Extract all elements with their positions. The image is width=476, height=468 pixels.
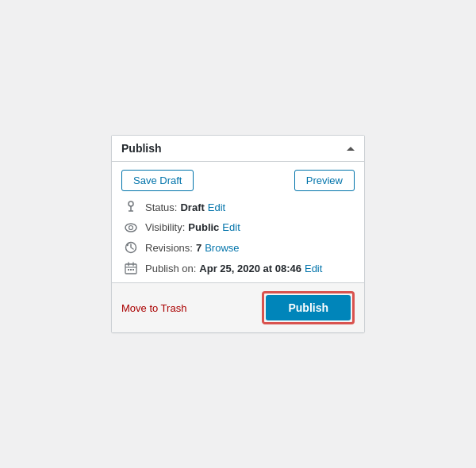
preview-button[interactable]: Preview (294, 170, 355, 191)
visibility-edit-link[interactable]: Edit (222, 221, 240, 233)
status-row: Status: Draft Edit (121, 201, 355, 213)
move-to-trash-link[interactable]: Move to Trash (121, 302, 186, 314)
publish-on-value: Apr 25, 2020 at 08:46 (199, 263, 301, 274)
status-label: Status: (145, 201, 177, 213)
status-icon (121, 201, 140, 213)
revisions-browse-link[interactable]: Browse (205, 242, 239, 254)
svg-point-3 (125, 224, 136, 232)
status-edit-link[interactable]: Edit (208, 201, 225, 213)
visibility-label: Visibility: (145, 221, 185, 233)
publish-on-label: Publish on: (145, 263, 196, 274)
revisions-label: Revisions: (145, 242, 193, 254)
save-draft-button[interactable]: Save Draft (121, 170, 194, 191)
svg-rect-11 (128, 269, 129, 270)
publish-button-wrapper: Publish (262, 291, 355, 324)
publish-button[interactable]: Publish (266, 295, 351, 320)
panel-header: Publish (112, 136, 364, 162)
publish-on-edit-link[interactable]: Edit (305, 263, 322, 274)
svg-rect-12 (130, 269, 132, 270)
svg-point-4 (129, 225, 133, 229)
status-value: Draft (180, 201, 204, 213)
collapse-icon[interactable] (347, 147, 355, 151)
revisions-row: Revisions: 7 Browse (121, 241, 355, 254)
publish-on-row: Publish on: Apr 25, 2020 at 08:46 Edit (121, 262, 355, 274)
panel-title: Publish (121, 142, 162, 155)
revisions-icon (121, 241, 140, 254)
panel-footer: Move to Trash Publish (112, 283, 364, 332)
visibility-icon (121, 223, 140, 232)
publish-panel: Publish Save Draft Preview Status: Draft… (111, 135, 365, 333)
visibility-value: Public (188, 221, 219, 233)
calendar-icon (121, 262, 140, 274)
svg-rect-13 (132, 269, 134, 270)
action-buttons-row: Save Draft Preview (121, 170, 355, 191)
panel-body: Save Draft Preview Status: Draft Edit (112, 162, 364, 283)
visibility-row: Visibility: Public Edit (121, 221, 355, 233)
revisions-value: 7 (196, 242, 202, 254)
svg-point-0 (129, 201, 133, 206)
